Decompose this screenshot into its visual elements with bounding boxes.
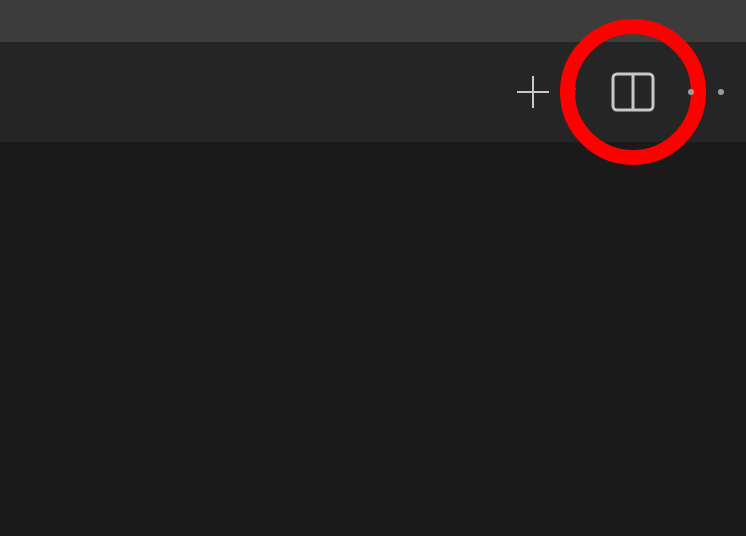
- split-layout-button[interactable]: [604, 63, 662, 121]
- menu-dot-1[interactable]: [684, 85, 698, 99]
- split-layout-icon: [611, 72, 655, 112]
- toolbar: [0, 42, 746, 142]
- expand-button[interactable]: [558, 69, 578, 115]
- chevron-down-icon: [559, 86, 577, 98]
- dot-icon: [718, 89, 724, 95]
- title-bar: [0, 0, 746, 42]
- content-area: [0, 142, 746, 536]
- plus-icon: [513, 72, 553, 112]
- menu-dot-2[interactable]: [714, 85, 728, 99]
- add-button[interactable]: [510, 69, 556, 115]
- dot-icon: [688, 89, 694, 95]
